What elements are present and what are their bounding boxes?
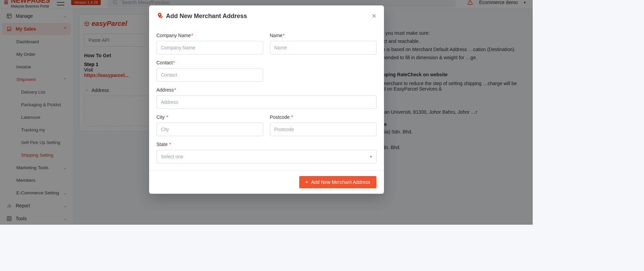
state-group: State * Select one ▾ [157,142,376,163]
city-input[interactable] [157,123,263,136]
caret-down-icon: ▾ [370,154,372,159]
contact-label: Contact* [157,60,263,65]
state-select-placeholder: Select one [161,154,183,159]
modal-footer: + Add New Merchant Address [149,170,384,194]
name-label: Name* [270,33,376,38]
postcode-label: Postcode * [270,114,376,120]
company-name-group: Company Name* [157,33,263,54]
address-input[interactable] [157,95,376,109]
city-group: City * [157,114,263,136]
add-merchant-address-modal: Add New Merchant Address × Company Name*… [149,5,384,194]
modal-title: Add New Merchant Address [166,13,247,20]
postcode-group: Postcode * [270,114,376,136]
city-label: City * [157,114,263,120]
name-input[interactable] [270,41,376,54]
submit-label: Add New Merchant Address [311,179,370,185]
company-name-label: Company Name* [157,33,263,38]
contact-input[interactable] [157,68,263,82]
add-merchant-address-button[interactable]: + Add New Merchant Address [299,176,376,188]
address-label: Address* [157,87,376,93]
close-button[interactable]: × [372,12,376,20]
postcode-input[interactable] [270,123,376,136]
modal-overlay[interactable]: Add New Merchant Address × Company Name*… [0,0,533,225]
contact-group: Contact* [157,60,263,82]
state-label: State * [157,142,376,147]
address-group: Address* [157,87,376,109]
modal-header: Add New Merchant Address × [149,5,384,24]
state-select[interactable]: Select one ▾ [157,150,376,163]
modal-body: Company Name* Name* Contact* Address* [149,24,384,170]
name-group: Name* [270,33,376,54]
map-pin-add-icon [157,12,163,20]
company-name-input[interactable] [157,41,263,54]
